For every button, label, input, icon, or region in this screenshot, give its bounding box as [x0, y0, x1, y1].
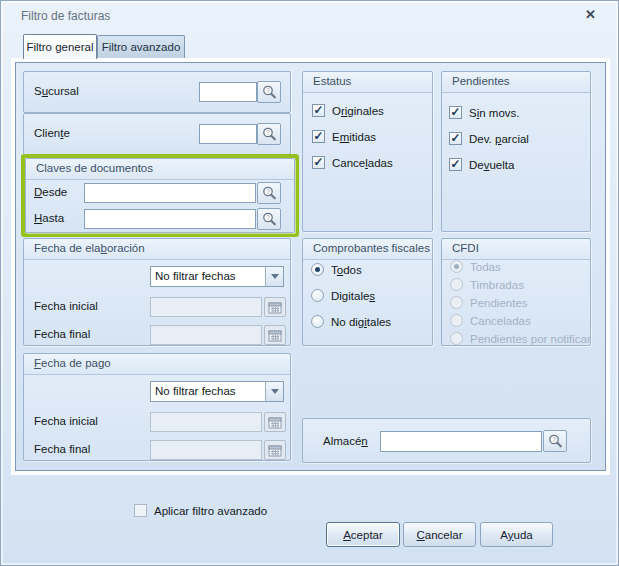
magnifier-icon: ? [548, 434, 563, 449]
hasta-input[interactable] [84, 209, 256, 229]
radio-selected-icon[interactable] [311, 263, 324, 276]
cfdi-timbradas-row: Timbradas [450, 278, 524, 291]
comprobantes-fiscales-title: Comprobantes fiscales [313, 242, 430, 254]
radio-disabled-icon [450, 332, 463, 345]
fecha-final-calendar-button [264, 440, 286, 460]
cfdi-pendientes-row: Pendientes [450, 296, 528, 309]
combo-dropdown-button[interactable] [265, 267, 283, 286]
cfdi-pendientes-label: Pendientes [470, 297, 528, 309]
desde-search-button[interactable]: ? [257, 182, 281, 204]
magnifier-icon: ? [262, 186, 277, 201]
fecha-inicial-label: Fecha inicial [34, 415, 98, 427]
tab-page-inner: Sucursal ? Cliente ? [15, 62, 606, 471]
checkbox-checked-icon[interactable] [449, 132, 462, 145]
estatus-emitidas-row[interactable]: Emitidas [312, 130, 376, 143]
almacen-label: Almacén [323, 435, 368, 447]
fecha-inicial-calendar-button [264, 297, 286, 317]
aceptar-button[interactable]: Aceptar [326, 522, 400, 547]
svg-text:?: ? [552, 436, 556, 443]
pendientes-sin-movs-label: Sin movs. [469, 107, 520, 119]
pendientes-sin-movs-row[interactable]: Sin movs. [449, 106, 520, 119]
pendientes-dev-parcial-row[interactable]: Dev. parcial [449, 132, 529, 145]
radio-disabled-icon [450, 296, 463, 309]
calendar-icon [268, 444, 282, 457]
estatus-box: Estatus Originales Emitidas Canceladas [302, 71, 433, 232]
radio-unselected-icon[interactable] [311, 315, 324, 328]
calendar-icon [268, 301, 282, 314]
pendientes-box: Pendientes Sin movs. Dev. parcial Devuel… [441, 71, 591, 232]
claves-documentos-title: Claves de documentos [36, 162, 153, 174]
fecha-elaboracion-filter-combo[interactable]: No filtrar fechas [150, 266, 284, 287]
estatus-header: Estatus [303, 72, 432, 93]
checkbox-unchecked-icon[interactable] [134, 504, 147, 517]
checkbox-checked-icon[interactable] [312, 104, 325, 117]
checkbox-checked-icon[interactable] [449, 158, 462, 171]
estatus-originales-label: Originales [332, 105, 384, 117]
estatus-title: Estatus [313, 75, 351, 87]
claves-documentos-header: Claves de documentos [26, 159, 294, 180]
hasta-label: Hasta [34, 212, 64, 224]
calendar-icon [268, 329, 282, 342]
ayuda-button[interactable]: Ayuda [480, 522, 553, 547]
cliente-label: Cliente [34, 127, 70, 139]
fecha-final-input [150, 325, 262, 345]
checkbox-checked-icon[interactable] [449, 106, 462, 119]
window-title: Filtro de facturas [21, 9, 110, 23]
cliente-input[interactable] [199, 124, 257, 144]
sucursal-box: Sucursal ? [23, 71, 291, 113]
aplicar-filtro-avanzado-row[interactable]: Aplicar filtro avanzado [134, 504, 267, 517]
fecha-final-label: Fecha final [34, 328, 90, 340]
fecha-elaboracion-title: Fecha de elaboración [34, 242, 145, 254]
comprobantes-digitales-row[interactable]: Digitales [311, 289, 375, 302]
checkbox-checked-icon[interactable] [312, 156, 325, 169]
pendientes-header: Pendientes [442, 72, 590, 93]
radio-unselected-icon[interactable] [311, 289, 324, 302]
comprobantes-fiscales-box: Comprobantes fiscales Todos Digitales No… [302, 238, 433, 346]
tab-filtro-general-label: Filtro general [26, 41, 93, 53]
pendientes-devuelta-label: Devuelta [469, 159, 514, 171]
pendientes-devuelta-row[interactable]: Devuelta [449, 158, 514, 171]
comprobantes-no-digitales-label: No digitales [331, 316, 391, 328]
tab-page: Sucursal ? Cliente ? [11, 58, 610, 475]
fecha-pago-filter-combo[interactable]: No filtrar fechas [150, 381, 284, 402]
estatus-originales-row[interactable]: Originales [312, 104, 384, 117]
estatus-canceladas-label: Canceladas [332, 157, 393, 169]
fecha-inicial-input [150, 297, 262, 317]
fecha-pago-header: Fecha de pago [24, 354, 290, 375]
radio-disabled-icon [450, 314, 463, 327]
fecha-pago-title: Fecha de pago [34, 357, 111, 369]
comprobantes-fiscales-header: Comprobantes fiscales [303, 239, 432, 260]
combo-selected-value: No filtrar fechas [155, 270, 236, 282]
checkbox-checked-icon[interactable] [312, 130, 325, 143]
sucursal-input[interactable] [199, 82, 257, 102]
estatus-emitidas-label: Emitidas [332, 131, 376, 143]
cfdi-canceladas-label: Canceladas [470, 315, 531, 327]
tab-filtro-avanzado[interactable]: Filtro avanzado [97, 35, 185, 59]
sucursal-search-button[interactable]: ? [257, 81, 281, 103]
comprobantes-no-digitales-row[interactable]: No digitales [311, 315, 391, 328]
cfdi-title: CFDI [452, 242, 479, 254]
desde-input[interactable] [84, 183, 256, 203]
tab-filtro-general[interactable]: Filtro general [23, 34, 97, 59]
close-icon[interactable]: ✕ [585, 7, 596, 22]
magnifier-icon: ? [262, 212, 277, 227]
fecha-elaboracion-box: Fecha de elaboración No filtrar fechas F… [23, 238, 291, 346]
cancelar-button[interactable]: Cancelar [403, 522, 476, 547]
hasta-search-button[interactable]: ? [257, 208, 281, 230]
cfdi-box: CFDI Todas Timbradas Pendientes Cancelad… [441, 238, 591, 346]
almacen-input[interactable] [380, 431, 542, 452]
almacen-search-button[interactable]: ? [543, 430, 567, 452]
titlebar[interactable]: Filtro de facturas ✕ [1, 1, 618, 31]
estatus-canceladas-row[interactable]: Canceladas [312, 156, 393, 169]
radio-selected-disabled-icon [450, 260, 463, 273]
magnifier-icon: ? [262, 127, 277, 142]
radio-disabled-icon [450, 278, 463, 291]
chevron-down-icon [271, 389, 279, 394]
comprobantes-todos-row[interactable]: Todos [311, 263, 362, 276]
tab-filtro-avanzado-label: Filtro avanzado [102, 41, 181, 53]
cfdi-pendientes-por-notificar-label: Pendientes por notificar [470, 333, 591, 345]
pendientes-dev-parcial-label: Dev. parcial [469, 133, 529, 145]
cliente-search-button[interactable]: ? [257, 123, 281, 145]
sucursal-label: Sucursal [34, 85, 79, 97]
combo-dropdown-button[interactable] [265, 382, 283, 401]
